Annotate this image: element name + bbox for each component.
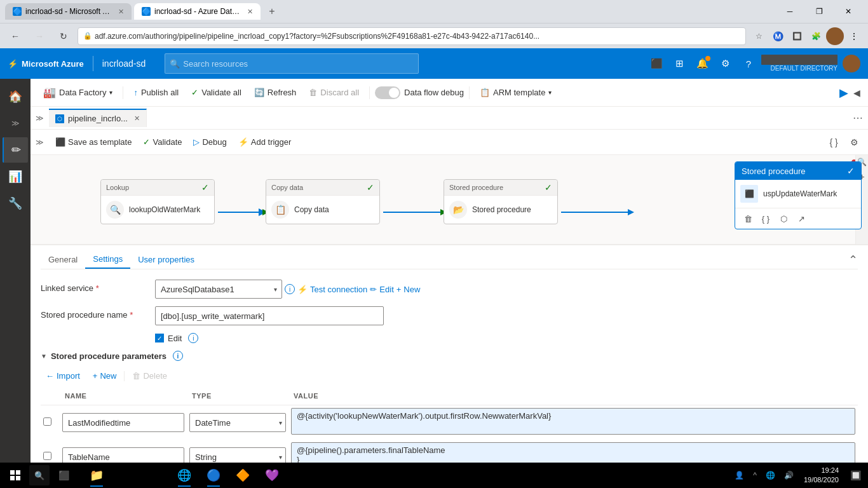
row2-type-select[interactable]: DateTime String Int32 Int64 Boolean Doub… — [189, 447, 286, 463]
row1-type-select[interactable]: DateTime String Int32 Int64 Boolean Doub… — [189, 413, 286, 432]
taskbar-app-misc2[interactable]: 💜 — [258, 463, 286, 488]
profile-avatar[interactable] — [826, 27, 844, 45]
notifications-taskbar-button[interactable]: 🔲 — [845, 463, 865, 488]
sp-execute-button[interactable]: ↗ — [794, 211, 809, 226]
prop-tab-settings[interactable]: Settings — [85, 250, 130, 269]
debug-button[interactable]: ▷ Debug — [188, 135, 231, 149]
notifications-button[interactable]: 🔔 — [693, 53, 713, 74]
test-connection-button[interactable]: ⚡ Test connection — [297, 285, 367, 294]
cloud-shell-button[interactable]: ⬛ — [647, 53, 667, 74]
properties-close-button[interactable]: ⌃ — [848, 253, 858, 267]
volume-button[interactable]: 🔊 — [780, 463, 797, 488]
sidebar-monitor[interactable]: 📊 — [3, 164, 28, 189]
delete-param-button[interactable]: 🗑 Delete — [127, 369, 172, 383]
taskbar-chevron-button[interactable]: ^ — [749, 463, 761, 488]
add-trigger-button[interactable]: ⚡ Add trigger — [233, 135, 297, 149]
linked-service-select[interactable]: AzureSqlDatabase1 — [155, 280, 282, 299]
sp-delete-button[interactable]: 🗑 — [740, 211, 756, 226]
sidebar-home[interactable]: 🏠 — [3, 84, 28, 109]
azure-search-input[interactable] — [165, 53, 419, 74]
sp-params-section-header[interactable]: ▼ Stored procedure parameters i — [41, 351, 858, 361]
edit-checkbox[interactable]: ✓ — [155, 334, 164, 342]
user-avatar[interactable] — [843, 55, 860, 72]
data-factory-button[interactable]: 🏭 Data Factory ▾ — [38, 83, 118, 102]
row1-value-input[interactable]: @{activity('lookupNewWaterMark').output.… — [291, 408, 855, 435]
sidebar-edit[interactable]: ✏ — [3, 137, 28, 163]
arm-template-button[interactable]: 📋 ARM template ▾ — [475, 85, 557, 100]
browser-tab-2[interactable]: 🔷 incrload-sd - Azure Data Facto... ✕ — [134, 3, 261, 20]
pipeline-tab-close[interactable]: ✕ — [134, 114, 140, 123]
code-view-button[interactable]: { } — [825, 133, 843, 151]
stored-proc-node[interactable]: Stored procedure ✓ 📂 Stored procedure — [444, 179, 558, 224]
row2-checkbox[interactable] — [43, 452, 51, 460]
address-input[interactable]: 🔒 adf.azure.com/authoring/pipeline/pipel… — [78, 27, 746, 45]
taskbar-people-button[interactable]: 👤 — [731, 463, 748, 488]
validate-all-button[interactable]: ✓ Validate all — [186, 85, 247, 100]
save-template-button[interactable]: ⬛ Save as template — [50, 135, 137, 149]
network-button[interactable]: 🌐 — [762, 463, 779, 488]
browser-tab-1[interactable]: 🔷 incrload-sd - Microsoft Azure ✕ — [5, 3, 132, 20]
taskbar-app-misc1[interactable]: 🔶 — [229, 463, 257, 488]
sidebar-manage[interactable]: 🔧 — [3, 191, 28, 216]
edit-linked-service-button[interactable]: ✏ Edit — [370, 285, 393, 294]
taskbar-search-button[interactable]: 🔍 — [29, 465, 50, 485]
validate-button[interactable]: ✓ Validate — [138, 135, 187, 149]
row1-name-input[interactable] — [62, 413, 184, 432]
prop-tab-user-properties[interactable]: User properties — [130, 251, 202, 268]
filter-button[interactable]: ⚙ — [845, 133, 863, 151]
lookup-node[interactable]: Lookup ✓ 🔍 lookupOldWaterMark — [100, 179, 215, 224]
sp-params-info-icon[interactable]: i — [173, 351, 183, 361]
more-tabs-button[interactable]: ⋯ — [853, 112, 863, 124]
pipeline-tab-main[interactable]: ⬡ pipeline_incrlo... ✕ — [49, 109, 147, 127]
taskbar-app-explorer[interactable]: 📁 — [83, 463, 111, 488]
expand-tabs-button[interactable]: ≫ — [36, 114, 44, 123]
ext-1-button[interactable]: Ⓜ️ — [769, 27, 787, 45]
taskbar-clock[interactable]: 19:24 19/08/2020 — [799, 463, 844, 488]
minimize-button[interactable]: ─ — [775, 0, 804, 23]
sidebar-expand[interactable]: ≫ — [3, 111, 28, 136]
restore-button[interactable]: ❐ — [804, 0, 834, 23]
new-tab-button[interactable]: + — [263, 3, 281, 20]
run-pipeline-button[interactable]: ▶ — [839, 86, 848, 100]
taskbar-app-mail[interactable]: ✉ — [112, 463, 140, 488]
copy-data-node[interactable]: Copy data ✓ 📋 Copy data — [266, 179, 380, 224]
prop-tab-general[interactable]: General — [41, 251, 85, 268]
row2-name-input[interactable] — [62, 447, 184, 463]
new-linked-service-button[interactable]: + New — [397, 285, 421, 294]
reload-button[interactable]: ↻ — [53, 26, 74, 46]
sp-name-input[interactable] — [155, 306, 384, 325]
expand-actions-button[interactable]: ≫ — [36, 138, 44, 147]
start-button[interactable] — [3, 463, 28, 488]
edit-info-icon[interactable]: i — [188, 333, 198, 343]
forward-button[interactable]: → — [29, 26, 50, 46]
ext-2-button[interactable]: 🔲 — [788, 27, 806, 45]
collapse-panel-button[interactable]: ◀ — [853, 88, 860, 98]
taskbar-app-edge[interactable]: 🌐 — [170, 463, 198, 488]
close-button[interactable]: ✕ — [834, 0, 863, 23]
publish-all-button[interactable]: ↑ Publish all — [128, 85, 184, 100]
arm-template-label: ARM template — [493, 88, 545, 97]
new-param-button[interactable]: + New — [88, 369, 122, 383]
data-flow-toggle[interactable] — [375, 86, 400, 99]
refresh-button[interactable]: 🔄 Refresh — [249, 85, 302, 100]
linked-service-info-icon[interactable]: i — [285, 284, 295, 294]
discard-all-button[interactable]: 🗑 Discard all — [304, 85, 364, 100]
star-button[interactable]: ☆ — [750, 27, 768, 45]
ext-3-button[interactable]: 🧩 — [807, 27, 825, 45]
sp-popup[interactable]: Stored procedure ✓ ⬛ uspUpdateWaterMark … — [735, 161, 862, 229]
sp-code-button[interactable]: { } — [758, 211, 773, 226]
taskbar-app-store[interactable]: 🛍 — [141, 463, 169, 488]
browser-menu-button[interactable]: ⋮ — [845, 27, 863, 45]
back-button[interactable]: ← — [5, 26, 25, 46]
taskbar-app-chrome[interactable]: 🔵 — [200, 463, 227, 488]
tab-2-close[interactable]: ✕ — [247, 8, 253, 16]
help-button[interactable]: ? — [738, 53, 759, 74]
settings-button[interactable]: ⚙ — [715, 53, 736, 74]
sp-copy-button[interactable]: ⬡ — [776, 211, 791, 226]
tab-1-close[interactable]: ✕ — [118, 8, 124, 16]
row1-checkbox[interactable] — [43, 417, 51, 426]
import-params-button[interactable]: ← Import — [41, 369, 85, 383]
task-view-button[interactable]: ⬛ — [51, 463, 76, 488]
row2-value-input[interactable]: @{pipeline().parameters.finalTableName } — [291, 442, 855, 463]
directory-button[interactable]: ⊞ — [670, 53, 690, 74]
